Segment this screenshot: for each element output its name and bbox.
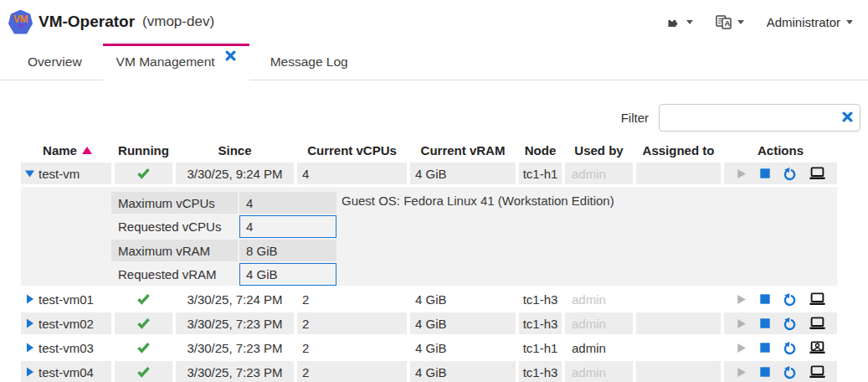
app-subtitle: (vmop-dev): [142, 13, 214, 30]
start-vm-button[interactable]: [735, 342, 747, 354]
current-vcpus-cell: 4: [297, 163, 407, 184]
column-header-since[interactable]: Since: [176, 143, 294, 157]
since-cell: 3/30/25, 7:23 PM: [176, 312, 294, 334]
collapse-row-icon[interactable]: [23, 168, 36, 178]
stop-vm-button[interactable]: [759, 293, 771, 305]
used-by-cell: admin: [565, 312, 633, 334]
stop-vm-button[interactable]: [759, 317, 771, 329]
table-row: test-vm013/30/25, 7:24 PM24 GiBtc1-h3adm…: [21, 288, 837, 310]
play-icon: [735, 366, 747, 379]
restart-vm-button[interactable]: [783, 167, 797, 181]
play-icon: [735, 293, 747, 306]
language-menu[interactable]: A: [716, 15, 744, 29]
current-vram-cell: 4 GiB: [410, 361, 516, 382]
current-vram-cell: 4 GiB: [410, 163, 516, 184]
console-icon: [809, 317, 826, 330]
expand-row-icon[interactable]: [23, 343, 36, 353]
expand-row-icon[interactable]: [23, 318, 36, 328]
restart-vm-button[interactable]: [783, 365, 797, 379]
vm-table: NameRunningSinceCurrent vCPUsCurrent vRA…: [21, 137, 837, 382]
vm-name: test-vm01: [39, 292, 94, 307]
expand-row-icon[interactable]: [23, 367, 36, 377]
console-vm-button[interactable]: [809, 317, 826, 330]
start-vm-button[interactable]: [735, 317, 747, 330]
requested-vram-input[interactable]: [239, 263, 336, 286]
current-vcpus-cell: 2: [297, 361, 407, 382]
actions-cell: [724, 337, 837, 359]
used-by-cell: admin: [565, 361, 633, 382]
node-cell: tc1-h3: [519, 361, 562, 382]
detail-field-label: Requested vRAM: [111, 263, 238, 285]
tab-vm-management[interactable]: VM Management: [103, 44, 249, 80]
console-vm-button[interactable]: [809, 341, 826, 354]
puzzle-icon: [666, 15, 681, 28]
svg-text:A: A: [724, 18, 730, 28]
console-vm-button[interactable]: [809, 167, 826, 180]
expand-row-icon[interactable]: [23, 294, 36, 304]
running-cell: [115, 361, 172, 382]
column-header-label: Used by: [574, 143, 623, 157]
tab-overview[interactable]: Overview: [7, 44, 103, 80]
column-header-label: Assigned to: [643, 143, 715, 157]
table-body: test-vm3/30/25, 9:24 PM44 GiBtc1-h1admin…: [21, 163, 837, 382]
vm-detail-form: Maximum vCPUs4Requested vCPUsMaximum vRA…: [111, 192, 336, 286]
stop-icon: [759, 342, 771, 354]
vm-detail-panel: Maximum vCPUs4Requested vCPUsMaximum vRA…: [21, 187, 837, 286]
column-header-used_by[interactable]: Used by: [565, 143, 633, 157]
restart-icon: [783, 167, 797, 181]
console-vm-button[interactable]: [809, 365, 826, 379]
start-vm-button[interactable]: [735, 366, 747, 379]
tab-message-log[interactable]: Message Log: [249, 44, 369, 80]
running-check-icon: [136, 168, 151, 179]
stop-icon: [759, 317, 771, 329]
stop-vm-button[interactable]: [759, 366, 771, 378]
components-menu[interactable]: [666, 15, 693, 28]
console-vm-button[interactable]: [809, 292, 826, 306]
start-vm-button[interactable]: [735, 168, 747, 180]
column-header-node[interactable]: Node: [519, 143, 562, 157]
column-header-vram[interactable]: Current vRAM: [410, 143, 516, 157]
filter-clear-icon[interactable]: [842, 111, 853, 122]
running-check-icon: [136, 366, 151, 378]
filter-input[interactable]: [659, 104, 860, 132]
node-cell: tc1-h3: [519, 288, 562, 310]
table-row: test-vm033/30/25, 7:23 PM24 GiBtc1-h1adm…: [21, 337, 837, 359]
stop-vm-button[interactable]: [759, 342, 771, 354]
restart-icon: [783, 341, 797, 355]
running-check-icon: [136, 293, 151, 305]
filter-row: Filter: [0, 103, 860, 132]
column-header-vcpus[interactable]: Current vCPUs: [297, 143, 407, 157]
since-cell: 3/30/25, 9:24 PM: [176, 163, 294, 184]
column-header-label: Running: [118, 143, 169, 157]
since-cell: 3/30/25, 7:23 PM: [176, 337, 294, 359]
column-header-actions[interactable]: Actions: [724, 143, 837, 157]
logo-caret: [18, 24, 24, 28]
current-vcpus-cell: 2: [297, 312, 407, 334]
table-row: test-vm3/30/25, 9:24 PM44 GiBtc1-h1admin: [21, 163, 837, 184]
restart-vm-button[interactable]: [783, 341, 797, 355]
current-vram-cell: 4 GiB: [410, 337, 516, 359]
column-header-label: Current vRAM: [421, 143, 506, 157]
language-icon: A: [716, 15, 732, 29]
close-tab-icon[interactable]: [225, 50, 236, 61]
top-menus: AAdministrator: [666, 15, 853, 29]
requested-vcpus-input[interactable]: [239, 215, 336, 238]
tab-label: Message Log: [270, 54, 348, 70]
column-header-label: Actions: [758, 143, 804, 157]
assigned-to-cell: [636, 288, 721, 310]
table-row: test-vm023/30/25, 7:23 PM24 GiBtc1-h3adm…: [21, 312, 837, 334]
console-user-icon: [809, 341, 826, 354]
start-vm-button[interactable]: [735, 293, 747, 306]
user-menu-label: Administrator: [767, 15, 840, 29]
column-header-name[interactable]: Name: [21, 143, 111, 157]
running-check-icon: [136, 317, 151, 329]
column-header-assigned_to[interactable]: Assigned to: [636, 143, 721, 157]
restart-icon: [783, 292, 797, 307]
user-menu[interactable]: Administrator: [767, 15, 853, 29]
restart-vm-button[interactable]: [783, 317, 797, 331]
stop-vm-button[interactable]: [759, 168, 771, 179]
actions-cell: [724, 163, 837, 184]
column-header-running[interactable]: Running: [115, 143, 172, 157]
running-cell: [115, 312, 172, 334]
restart-vm-button[interactable]: [783, 292, 797, 307]
